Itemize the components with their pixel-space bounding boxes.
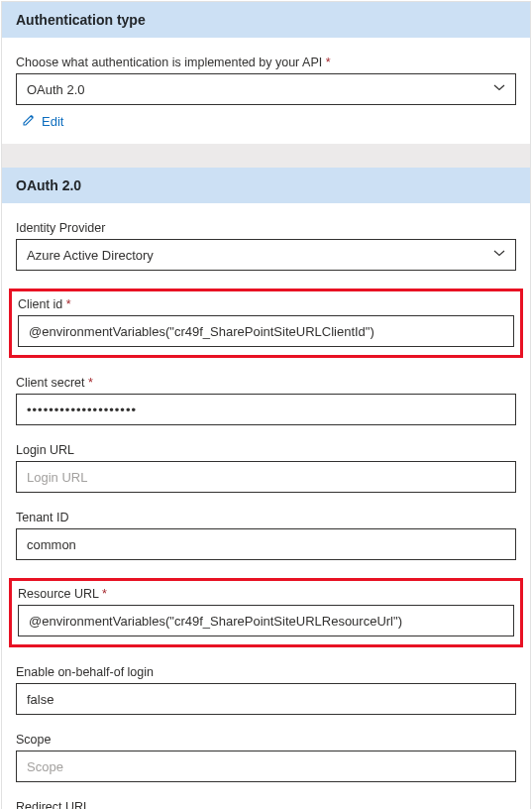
required-marker: * bbox=[66, 297, 71, 311]
identity-provider-dropdown[interactable]: Azure Active Directory bbox=[16, 239, 516, 271]
auth-type-section-header: Authentication type bbox=[2, 2, 530, 38]
enable-obo-input[interactable]: false bbox=[16, 683, 516, 715]
login-url-placeholder: Login URL bbox=[27, 470, 87, 485]
tenant-id-field: Tenant ID common bbox=[16, 511, 516, 560]
auth-type-dropdown[interactable]: OAuth 2.0 bbox=[16, 73, 516, 105]
client-id-highlight: Client id * @environmentVariables("cr49f… bbox=[9, 289, 523, 358]
scope-field: Scope Scope bbox=[16, 733, 516, 782]
auth-type-section-body: Choose what authentication is implemente… bbox=[2, 38, 530, 144]
required-marker: * bbox=[88, 376, 93, 390]
tenant-id-label: Tenant ID bbox=[16, 511, 516, 524]
scope-input[interactable]: Scope bbox=[16, 751, 516, 782]
oauth-section-header: OAuth 2.0 bbox=[2, 168, 530, 203]
tenant-id-input[interactable]: common bbox=[16, 528, 516, 560]
resource-url-label: Resource URL * bbox=[18, 587, 514, 601]
enable-obo-label: Enable on-behalf-of login bbox=[16, 665, 516, 679]
identity-provider-label: Identity Provider bbox=[16, 221, 516, 235]
page-container: Authentication type Choose what authenti… bbox=[1, 1, 531, 809]
auth-type-header-text: Authentication type bbox=[16, 12, 146, 28]
auth-type-value: OAuth 2.0 bbox=[27, 82, 85, 97]
required-marker: * bbox=[102, 587, 107, 601]
auth-type-desc: Choose what authentication is implemente… bbox=[16, 56, 516, 69]
chevron-down-icon bbox=[493, 248, 505, 263]
required-marker: * bbox=[326, 56, 331, 69]
client-id-label: Client id * bbox=[18, 297, 514, 311]
client-secret-field: Client secret * •••••••••••••••••••• bbox=[16, 376, 516, 425]
client-id-input[interactable]: @environmentVariables("cr49f_SharePointS… bbox=[18, 315, 514, 347]
tenant-id-value: common bbox=[27, 537, 76, 552]
resource-url-highlight: Resource URL * @environmentVariables("cr… bbox=[9, 578, 523, 647]
redirect-url-field: Redirect URL Save the custom connector t… bbox=[16, 800, 516, 809]
auth-type-edit-link[interactable]: Edit bbox=[16, 113, 516, 130]
login-url-input[interactable]: Login URL bbox=[16, 461, 516, 493]
enable-obo-field: Enable on-behalf-of login false bbox=[16, 665, 516, 715]
section-spacer bbox=[2, 144, 530, 168]
identity-provider-field: Identity Provider Azure Active Directory bbox=[16, 221, 516, 271]
identity-provider-value: Azure Active Directory bbox=[27, 248, 154, 263]
login-url-field: Login URL Login URL bbox=[16, 443, 516, 493]
edit-label: Edit bbox=[42, 114, 63, 129]
oauth-header-text: OAuth 2.0 bbox=[16, 177, 81, 193]
enable-obo-value: false bbox=[27, 692, 53, 707]
login-url-label: Login URL bbox=[16, 443, 516, 457]
client-id-field: Client id * @environmentVariables("cr49f… bbox=[16, 289, 516, 358]
resource-url-value: @environmentVariables("cr49f_SharePointS… bbox=[29, 614, 402, 629]
scope-placeholder: Scope bbox=[27, 759, 63, 774]
client-secret-label: Client secret * bbox=[16, 376, 516, 390]
client-secret-input[interactable]: •••••••••••••••••••• bbox=[16, 394, 516, 425]
scope-label: Scope bbox=[16, 733, 516, 747]
resource-url-field: Resource URL * @environmentVariables("cr… bbox=[16, 578, 516, 647]
pencil-icon bbox=[22, 113, 36, 130]
chevron-down-icon bbox=[493, 82, 505, 97]
resource-url-input[interactable]: @environmentVariables("cr49f_SharePointS… bbox=[18, 605, 514, 636]
redirect-url-label: Redirect URL bbox=[16, 800, 516, 809]
oauth-section-body: Identity Provider Azure Active Directory… bbox=[2, 203, 530, 809]
client-id-value: @environmentVariables("cr49f_SharePointS… bbox=[29, 324, 374, 339]
client-secret-value: •••••••••••••••••••• bbox=[27, 403, 137, 417]
